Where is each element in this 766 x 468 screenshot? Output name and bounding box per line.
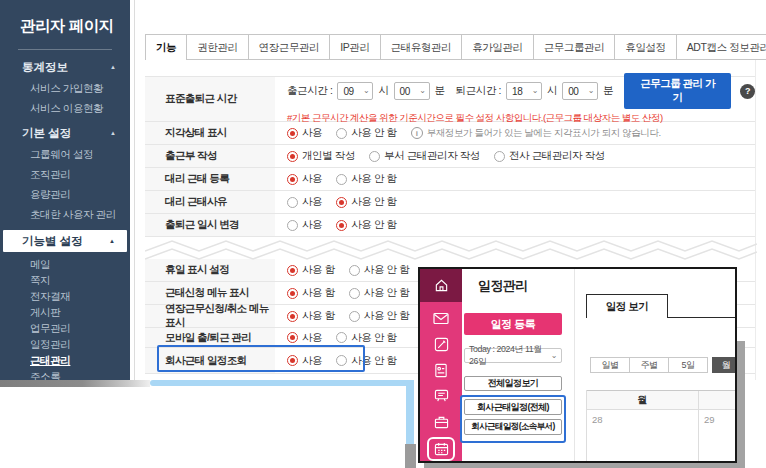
tab-adt-caps[interactable]: ADT캡스 정보관리 xyxy=(676,34,766,59)
radio-selected-icon xyxy=(287,332,298,343)
company-schedule-dept-button[interactable]: 회사근태일정(소속부서) xyxy=(464,419,562,435)
radio-option[interactable]: 사용 안 함 xyxy=(349,286,409,300)
sidebar-item-org[interactable]: 조직관리 xyxy=(0,164,130,184)
radio-option[interactable]: 사용 안 함 xyxy=(349,263,409,277)
radio-selected-icon xyxy=(287,355,298,366)
tab-function[interactable]: 기능 xyxy=(145,34,187,59)
popup-left-panel: 일정관리 일정 등록 Today : 2024년 11월 26일⌄ 전체일정보기… xyxy=(462,269,574,461)
sidebar-item-memo[interactable]: 쪽지 xyxy=(0,272,130,288)
row-label: 출퇴근 일시 변경 xyxy=(145,214,275,236)
sidebar-section-basic[interactable]: 기본 설정 ▲ xyxy=(0,122,130,144)
register-schedule-button[interactable]: 일정 등록 xyxy=(464,313,562,335)
calendar-day-cell[interactable]: 29 xyxy=(699,410,735,463)
sidebar-item-invited-users[interactable]: 초대한 사용자 관리 xyxy=(0,204,130,224)
sidebar-section-feature-settings[interactable]: 기능별 설정 ▲ xyxy=(3,230,127,252)
sidebar-item-capacity[interactable]: 용량관리 xyxy=(0,184,130,204)
radio-option[interactable]: 사용 안 함 xyxy=(336,126,396,140)
end-hour-select[interactable]: 18⌄ xyxy=(506,82,542,100)
go-work-group-button[interactable]: 근무그룹 관리 가기 xyxy=(624,73,731,109)
radio-option[interactable]: 사용 xyxy=(287,218,322,232)
sidebar-item-eapproval[interactable]: 전자결재 xyxy=(0,288,130,304)
sidebar-item-schedule[interactable]: 일정관리 xyxy=(0,336,130,352)
tab-schedule-view[interactable]: 일정 보기 xyxy=(586,294,668,318)
radio-option[interactable]: 사용 xyxy=(287,354,322,368)
radio-option[interactable]: 사용 안 함 xyxy=(336,331,396,345)
chevron-down-icon: ⌄ xyxy=(532,87,538,95)
radio-option[interactable]: 개인별 작성 xyxy=(287,149,355,163)
calendar-day-header: 월 xyxy=(587,391,699,409)
tab-vacation-day[interactable]: 휴가일관리 xyxy=(461,34,534,59)
radio-option[interactable]: 사용 xyxy=(287,195,322,209)
end-time-label: 퇴근시간 : xyxy=(456,84,501,98)
board-icon[interactable] xyxy=(428,385,454,407)
tab-ip[interactable]: IP관리 xyxy=(329,34,380,59)
sidebar-item-service-usage[interactable]: 서비스 이용현황 xyxy=(0,98,130,118)
radio-option[interactable]: 사용 xyxy=(287,126,322,140)
sidebar-item-attendance[interactable]: 근태관리 xyxy=(0,352,130,368)
radio-icon xyxy=(336,174,347,185)
row-label: 휴일 표시 설정 xyxy=(145,259,275,281)
calendar-body: 28 29 xyxy=(587,410,735,463)
radio-selected-icon xyxy=(336,220,347,231)
calendar-icon[interactable] xyxy=(427,437,455,461)
tab-overtime[interactable]: 연장근무관리 xyxy=(248,34,331,59)
help-icon[interactable]: ? xyxy=(740,84,755,99)
sidebar-item-board[interactable]: 게시판 xyxy=(0,304,130,320)
calendar-day-cell[interactable]: 28 xyxy=(587,410,699,463)
approval-doc-icon[interactable] xyxy=(428,359,454,381)
row-label: 출근부 작성 xyxy=(145,145,275,167)
end-minute-select[interactable]: 00⌄ xyxy=(562,82,598,100)
attendance-tab-bar: 기능 권한관리 연장근무관리 IP관리 근태유형관리 휴가일관리 근무그룹관리 … xyxy=(145,34,766,60)
mail-icon[interactable] xyxy=(428,307,454,329)
sidebar-item-groupware[interactable]: 그룹웨어 설정 xyxy=(0,144,130,164)
radio-option[interactable]: 사용 xyxy=(287,172,322,186)
view-all-schedule-button[interactable]: 전체일정보기 xyxy=(464,376,562,391)
radio-option[interactable]: 전사 근태관리자 작성 xyxy=(494,149,605,163)
start-hour-select[interactable]: 09⌄ xyxy=(337,82,373,100)
sidebar-item-service-join[interactable]: 서비스 가입현황 xyxy=(0,78,130,98)
radio-option[interactable]: 사용 안 함 xyxy=(336,195,396,209)
admin-sidebar: 관리자 페이지 통계정보 ▲ 서비스 가입현황 서비스 이용현황 기본 설정 ▲… xyxy=(0,0,130,380)
section-label: 기능별 설정 xyxy=(22,234,83,249)
chevron-down-icon: ⌄ xyxy=(551,353,557,359)
minute-unit: 분 xyxy=(435,84,445,98)
radio-option[interactable]: 사용 안 함 xyxy=(336,354,396,368)
tab-holiday[interactable]: 휴일설정 xyxy=(614,34,676,59)
tab-permission[interactable]: 권한관리 xyxy=(186,34,248,59)
radio-option[interactable]: 사용 함 xyxy=(287,309,335,323)
view-5day-button[interactable]: 5일 xyxy=(668,357,708,373)
table-row-proxy-reason: 대리 근태사유 사용 사용 안 함 xyxy=(145,191,755,214)
tardiness-hint: i부재정보가 들어가 있는 날에는 지각표시가 되지 않습니다. xyxy=(411,127,661,140)
view-daily-button[interactable]: 일별 xyxy=(590,357,630,373)
radio-option[interactable]: 사용 함 xyxy=(287,263,335,277)
truncation-zigzag xyxy=(145,237,755,259)
radio-selected-icon xyxy=(287,288,298,299)
collapse-arrow-icon: ▲ xyxy=(110,64,116,70)
today-date-dropdown[interactable]: Today : 2024년 11월 26일⌄ xyxy=(464,348,562,363)
home-icon[interactable] xyxy=(420,269,462,302)
view-weekly-button[interactable]: 주별 xyxy=(629,357,669,373)
radio-option[interactable]: 부서 근태관리자 작성 xyxy=(369,149,480,163)
start-minute-select[interactable]: 00⌄ xyxy=(394,82,430,100)
radio-option[interactable]: 사용 안 함 xyxy=(336,218,396,232)
radio-option[interactable]: 사용 안 함 xyxy=(349,309,409,323)
sidebar-section-stats[interactable]: 통계정보 ▲ xyxy=(0,56,130,78)
sidebar-item-task[interactable]: 업무관리 xyxy=(0,320,130,336)
table-row-attendance-book: 출근부 작성 개인별 작성 부서 근태관리자 작성 전사 근태관리자 작성 xyxy=(145,145,755,168)
note-icon[interactable] xyxy=(428,333,454,355)
tab-work-group[interactable]: 근무그룹관리 xyxy=(533,34,616,59)
briefcase-icon[interactable] xyxy=(428,411,454,433)
row-label: 회사근태 일정조회 xyxy=(145,348,275,373)
sidebar-item-mail[interactable]: 메일 xyxy=(0,256,130,272)
tab-attendance-type[interactable]: 근태유형관리 xyxy=(380,34,463,59)
main-right-divider xyxy=(755,34,756,380)
collapse-arrow-icon: ▲ xyxy=(109,238,115,244)
radio-option[interactable]: 사용 xyxy=(287,331,322,345)
view-monthly-button[interactable]: 월 xyxy=(712,357,737,373)
company-schedule-all-button[interactable]: 회사근태일정(전체) xyxy=(464,399,562,415)
radio-selected-icon xyxy=(287,174,298,185)
radio-option[interactable]: 사용 안 함 xyxy=(336,172,396,186)
start-time-label: 출근시간 : xyxy=(287,84,332,98)
section-label: 통계정보 xyxy=(22,60,68,75)
radio-option[interactable]: 사용 함 xyxy=(287,286,335,300)
